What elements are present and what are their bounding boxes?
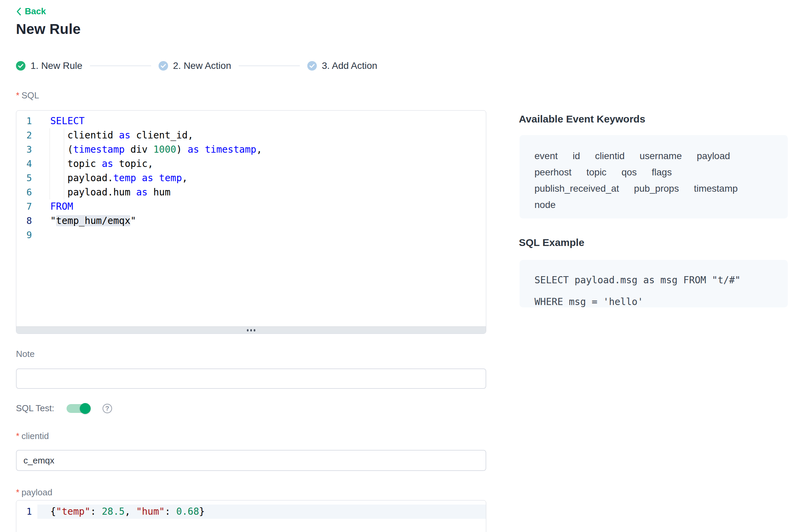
code-line[interactable]: 4 topic as topic,: [16, 157, 486, 171]
required-marker: *: [16, 431, 19, 441]
code-line[interactable]: 7FROM: [16, 200, 486, 214]
sql-editor[interactable]: 1SELECT2 clientid as client_id,3 (timest…: [16, 110, 486, 334]
editor-resize-handle[interactable]: [16, 326, 486, 334]
stepper-step-label: 1. New Rule: [31, 60, 83, 71]
code-line[interactable]: 1{"temp": 28.5, "hum": 0.68}: [16, 505, 486, 519]
line-number: 4: [16, 157, 37, 171]
stepper-connector: [239, 65, 300, 66]
keyword-row: node: [534, 197, 773, 213]
code-line[interactable]: 9: [16, 228, 486, 242]
line-number: 8: [16, 214, 37, 228]
check-circle-icon: [307, 61, 317, 71]
toggle-knob: [80, 403, 91, 414]
check-circle-icon: [16, 61, 25, 71]
line-number: 3: [16, 142, 37, 157]
back-label: Back: [25, 6, 46, 17]
event-keyword: payload: [697, 151, 730, 162]
page-title: New Rule: [16, 21, 81, 37]
stepper-step-new-action[interactable]: 2. New Action: [159, 60, 231, 71]
payload-editor[interactable]: 1{"temp": 28.5, "hum": 0.68}: [16, 500, 486, 532]
sql-field-label: *SQL: [16, 90, 39, 101]
code-line[interactable]: 3 (timestamp div 1000) as timestamp,: [16, 142, 486, 157]
keyword-row: peerhosttopicqosflags: [534, 164, 773, 180]
event-keyword: peerhost: [534, 167, 571, 178]
event-keyword: topic: [586, 167, 606, 178]
check-circle-icon: [159, 61, 168, 71]
available-event-keywords-title: Available Event Keywords: [519, 113, 645, 125]
event-keyword: event: [534, 151, 558, 162]
line-number: 1: [16, 114, 37, 128]
clientid-input[interactable]: [16, 450, 486, 471]
line-number: 2: [16, 128, 37, 142]
code-line[interactable]: 1SELECT: [16, 114, 486, 128]
event-keyword: pub_props: [634, 183, 679, 194]
stepper-step-label: 3. Add Action: [322, 60, 377, 71]
required-marker: *: [16, 487, 19, 497]
sql-example-title: SQL Example: [519, 237, 584, 248]
sql-example-panel: SELECT payload.msg as msg FROM "t/#" WHE…: [520, 260, 788, 307]
line-number: 1: [16, 505, 37, 519]
sql-test-toggle[interactable]: [67, 404, 90, 413]
line-number: 7: [16, 200, 37, 214]
back-button[interactable]: Back: [16, 6, 46, 17]
event-keyword: username: [639, 151, 682, 162]
line-number: 9: [16, 228, 37, 242]
help-icon[interactable]: ?: [103, 404, 112, 413]
line-number: 5: [16, 171, 37, 185]
keyword-row: eventidclientidusernamepayload: [534, 148, 773, 164]
note-field-label: Note: [16, 349, 35, 359]
event-keyword: clientid: [595, 151, 624, 162]
sql-test-row: SQL Test: ?: [16, 403, 112, 414]
keyword-row: publish_received_atpub_propstimestamp: [534, 180, 773, 197]
chevron-left-icon: [16, 7, 21, 16]
event-keyword: flags: [652, 167, 672, 178]
event-keyword: qos: [621, 167, 637, 178]
event-keyword: id: [573, 151, 580, 162]
event-keyword: node: [534, 200, 556, 210]
stepper-step-new-rule[interactable]: 1. New Rule: [16, 60, 83, 71]
payload-field-label: *payload: [16, 487, 52, 498]
code-line[interactable]: 2 clientid as client_id,: [16, 128, 486, 142]
event-keyword: timestamp: [694, 183, 738, 194]
indent-guide: [50, 128, 50, 200]
code-line[interactable]: 5 payload.temp as temp,: [16, 171, 486, 185]
stepper-step-add-action[interactable]: 3. Add Action: [307, 60, 377, 71]
code-line[interactable]: 8"temp_hum/emqx": [16, 214, 486, 228]
event-keywords-panel: eventidclientidusernamepayloadpeerhostto…: [520, 135, 788, 218]
required-marker: *: [16, 90, 19, 100]
sql-example-code: SELECT payload.msg as msg FROM "t/#" WHE…: [520, 260, 788, 322]
note-input[interactable]: [16, 368, 486, 389]
event-keyword: publish_received_at: [534, 183, 619, 194]
stepper-connector: [90, 65, 151, 66]
indent-guide: [64, 128, 64, 200]
clientid-field-label: *clientid: [16, 431, 49, 441]
stepper: 1. New Rule 2. New Action 3. Add Action: [16, 60, 377, 71]
stepper-step-label: 2. New Action: [173, 60, 231, 71]
sql-test-label: SQL Test:: [16, 403, 54, 414]
code-line[interactable]: 6 payload.hum as hum: [16, 185, 486, 200]
line-number: 6: [16, 185, 37, 200]
